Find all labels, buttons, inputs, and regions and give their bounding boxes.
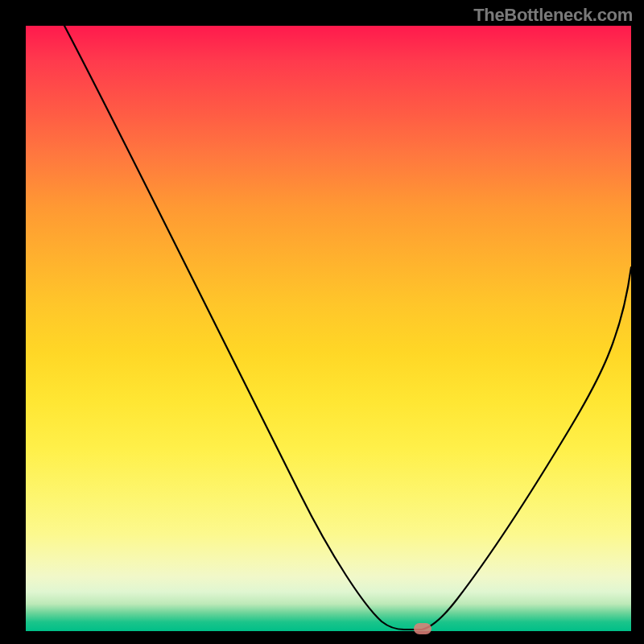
optimal-point-marker — [414, 623, 431, 634]
bottleneck-curve — [64, 26, 631, 630]
plot-area — [26, 26, 631, 631]
chart-frame: TheBottleneck.com — [0, 0, 644, 644]
chart-svg — [26, 26, 631, 631]
watermark-text: TheBottleneck.com — [473, 5, 633, 26]
